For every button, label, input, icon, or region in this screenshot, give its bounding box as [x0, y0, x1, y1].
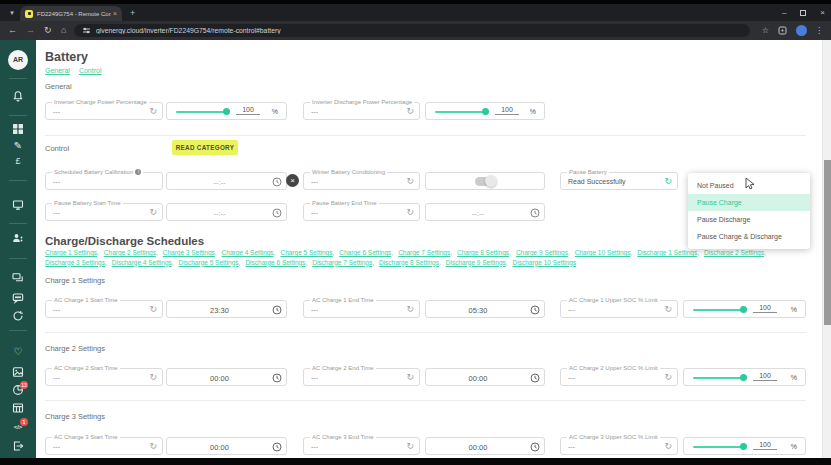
clock-icon[interactable]: [272, 305, 282, 315]
slider-value[interactable]: 100: [236, 106, 260, 115]
link-charge-4[interactable]: Charge 4 Settings: [222, 249, 276, 256]
dropdown-option-pause-discharge[interactable]: Pause Discharge: [688, 211, 810, 228]
link-discharge-5[interactable]: Discharge 5 Settings: [179, 259, 241, 266]
scrollbar-thumb[interactable]: [824, 160, 831, 325]
refresh-icon[interactable]: ↻: [149, 106, 157, 117]
pie-chart-icon[interactable]: 13: [0, 384, 36, 402]
refresh-icon[interactable]: ↻: [664, 372, 672, 383]
ac-charge-1-start-time-input[interactable]: 23:30: [166, 300, 287, 318]
link-discharge-4[interactable]: Discharge 4 Settings: [112, 259, 174, 266]
link-charge-10[interactable]: Charge 10 Settings: [575, 249, 632, 256]
refresh-icon[interactable]: ↻: [149, 441, 157, 452]
extensions-icon[interactable]: [778, 26, 787, 35]
site-settings-icon[interactable]: [82, 26, 91, 35]
close-window-button[interactable]: ×: [820, 6, 825, 19]
info-icon[interactable]: i: [135, 169, 141, 175]
link-charge-9[interactable]: Charge 9 Settings: [516, 249, 570, 256]
notifications-bell-icon[interactable]: [0, 90, 36, 108]
toggle-knob[interactable]: [485, 175, 497, 187]
link-discharge-1[interactable]: Discharge 1 Settings: [637, 249, 699, 256]
active-tab[interactable]: FD2249G754 - Remote Control ×: [20, 6, 122, 21]
ac-charge-1-soc-slider[interactable]: 100 %: [683, 300, 806, 318]
read-category-button[interactable]: READ CATEGORY: [172, 140, 238, 155]
refresh-icon[interactable]: ↻: [149, 372, 157, 383]
ac-charge-3-start-field[interactable]: AC Charge 3 Start Time --- ↻: [45, 437, 163, 455]
ac-charge-2-start-field[interactable]: AC Charge 2 Start Time --- ↻: [45, 368, 163, 386]
image-icon[interactable]: [0, 366, 36, 384]
slider-handle[interactable]: [482, 108, 489, 115]
tab-close-icon[interactable]: ×: [113, 10, 117, 17]
clock-icon[interactable]: [272, 442, 282, 452]
refresh-icon[interactable]: ↻: [664, 176, 672, 187]
inverter-charge-power-slider[interactable]: 100 %: [166, 102, 287, 120]
ac-charge-3-end-field[interactable]: AC Charge 3 End Time --- ↻: [303, 437, 420, 455]
table-edit-icon[interactable]: [0, 402, 36, 420]
ac-charge-2-end-field[interactable]: AC Charge 2 End Time --- ↻: [303, 368, 420, 386]
link-charge-5[interactable]: Charge 5 Settings: [280, 249, 334, 256]
clock-icon[interactable]: [530, 208, 540, 218]
heart-settings-icon[interactable]: ♡: [0, 346, 36, 358]
refresh-icon[interactable]: ↻: [406, 441, 414, 452]
users-icon[interactable]: [0, 232, 36, 250]
reload-button[interactable]: ↻: [44, 24, 52, 37]
slider-track[interactable]: [693, 446, 743, 448]
scheduled-battery-calibration-field[interactable]: Scheduled Battery Calibrationi ---: [45, 172, 163, 190]
slider-value[interactable]: 100: [753, 441, 777, 450]
link-discharge-9[interactable]: Discharge 9 Settings: [446, 259, 508, 266]
clock-icon[interactable]: [272, 208, 282, 218]
pause-battery-end-time-field[interactable]: Pause Battery End Time --- ↻: [303, 203, 420, 221]
ac-charge-3-end-time-input[interactable]: 00:00: [425, 437, 545, 455]
refresh-icon[interactable]: ↻: [406, 372, 414, 383]
pause-start-time-input[interactable]: --:--: [166, 203, 287, 221]
code-icon[interactable]: </> 1: [0, 421, 36, 433]
logout-icon[interactable]: [0, 440, 36, 458]
ac-charge-3-soc-slider[interactable]: 100 %: [683, 437, 806, 455]
link-discharge-2[interactable]: Discharge 2 Settings: [704, 249, 766, 256]
link-charge-2[interactable]: Charge 2 Settings: [104, 249, 158, 256]
clear-calibration-button[interactable]: ×: [286, 174, 299, 187]
link-discharge-6[interactable]: Discharge 6 Settings: [245, 259, 307, 266]
slider-handle[interactable]: [740, 306, 747, 313]
user-avatar[interactable]: AR: [8, 50, 28, 70]
browser-menu-icon[interactable]: ⋮: [815, 24, 823, 37]
profile-avatar[interactable]: [796, 25, 807, 36]
pause-battery-start-time-field[interactable]: Pause Battery Start Time --- ↻: [45, 203, 163, 221]
slider-value[interactable]: 100: [495, 106, 519, 115]
ac-charge-1-soc-field[interactable]: AC Charge 1 Upper SOC % Limit --- ↻: [560, 300, 678, 318]
refresh-icon[interactable]: ↻: [664, 304, 672, 315]
refresh-icon[interactable]: ↻: [406, 207, 414, 218]
slider-track[interactable]: [435, 111, 485, 113]
link-charge-1[interactable]: Charge 1 Settings: [45, 249, 99, 256]
ac-charge-2-soc-field[interactable]: AC Charge 2 Upper SOC % Limit --- ↻: [560, 368, 678, 386]
refresh-icon[interactable]: ↻: [406, 176, 414, 187]
ac-charge-2-soc-slider[interactable]: 100 %: [683, 368, 806, 386]
address-bar[interactable]: givenergy.cloud/inverter/FD2249G754/remo…: [74, 24, 750, 37]
edit-pencil-icon[interactable]: ✎: [0, 140, 36, 152]
refresh-icon[interactable]: ↻: [149, 304, 157, 315]
ac-charge-2-end-time-input[interactable]: 00:00: [425, 368, 545, 386]
slider-value[interactable]: 100: [753, 304, 777, 313]
slider-track[interactable]: [693, 377, 743, 379]
clock-icon[interactable]: [272, 177, 282, 187]
link-charge-6[interactable]: Charge 6 Settings: [339, 249, 393, 256]
page-scrollbar[interactable]: [822, 40, 831, 458]
link-charge-8[interactable]: Charge 8 Settings: [457, 249, 511, 256]
bookmark-star-icon[interactable]: ☆: [762, 24, 769, 37]
refresh-icon[interactable]: ↻: [406, 106, 414, 117]
clock-icon[interactable]: [272, 373, 282, 383]
link-charge-3[interactable]: Charge 3 Settings: [163, 249, 217, 256]
minimize-button[interactable]: –: [782, 6, 786, 19]
slider-handle[interactable]: [223, 108, 230, 115]
nav-link-general[interactable]: General: [45, 67, 70, 74]
pause-end-time-input[interactable]: --:--: [425, 203, 545, 221]
link-discharge-8[interactable]: Discharge 8 Settings: [379, 259, 441, 266]
dropdown-option-pause-charge[interactable]: Pause Charge: [688, 194, 810, 211]
refresh-icon[interactable]: ↻: [149, 207, 157, 218]
new-tab-button[interactable]: +: [130, 7, 135, 19]
inverter-charge-power-field[interactable]: Inverter Charge Power Percentage --- ↻: [45, 102, 163, 120]
nav-link-control[interactable]: Control: [79, 67, 102, 74]
ac-charge-3-start-time-input[interactable]: 00:00: [166, 437, 287, 455]
refresh-icon[interactable]: ↻: [664, 441, 672, 452]
refresh-icon[interactable]: ↻: [406, 304, 414, 315]
ac-charge-1-end-field[interactable]: AC Charge 1 End Time --- ↻: [303, 300, 420, 318]
